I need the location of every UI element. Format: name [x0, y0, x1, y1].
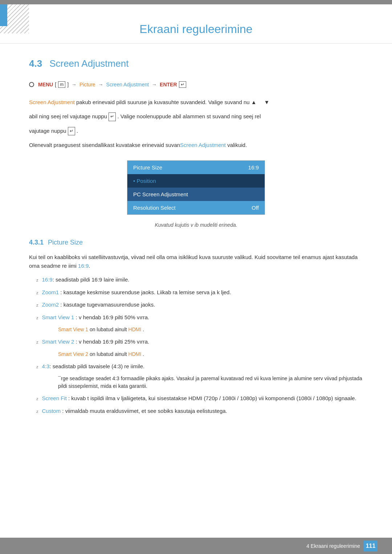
list-label-169: 16:9	[42, 276, 53, 283]
note-sv1-dot: .	[143, 327, 144, 332]
body-text-content-1: pakub erinevaid pildi suuruse ja kuvasuh…	[76, 99, 250, 105]
menu-label-position: • Position	[133, 178, 156, 184]
menu-bracket-open: [	[55, 82, 56, 87]
list-item-custom: z Custom : viimaldab muuta eraldusviimet…	[29, 407, 363, 415]
body-arrow-icons: ▲ ▼	[251, 99, 270, 105]
note-smartview1: Smart View 1 on lubatud ainult HDMI .	[58, 326, 363, 333]
menu-enter: ENTER	[160, 82, 177, 87]
list-label-smartview2: Smart View 2	[42, 338, 74, 345]
list-text-screenfit: Screen Fit : kuvab t ispildi ilma v ljal…	[42, 394, 363, 403]
menu-bracket-close: ]	[67, 82, 69, 87]
menu-box: Picture Size 16:9 • Position PC Screen A…	[127, 160, 265, 215]
page-title-area: Ekraani reguleerimine	[0, 4, 392, 44]
list-item-43: z 4:3: seadistab pildi tavaisele (4:3) r…	[29, 362, 363, 371]
list-label-custom: Custom	[42, 408, 61, 414]
note-sv2-label: Smart View 2	[58, 351, 88, 357]
note-smartview2: Smart View 2 on lubatud ainult HDMI .	[58, 350, 363, 358]
body-text-2: abil ning seej rel vajutage nuppu ↵ . Va…	[29, 112, 363, 121]
body-text-4: Olenevalt praegusest sisendallikast kuva…	[29, 141, 363, 149]
body-text-3: vajutage nuppu ↵ .	[29, 127, 363, 136]
menu-screenshot: Picture Size 16:9 • Position PC Screen A…	[29, 160, 363, 215]
main-content: 4.3 Screen Adjustment MENU [ m ] → Pictu…	[0, 44, 392, 442]
body-text-content-3: . Valige noolenuppude abil alammen st su…	[118, 113, 261, 119]
list-items: z 16:9: seadistab pildi 16:9 laire iimil…	[29, 276, 363, 415]
list-item-zoom1: z Zoom1 : kasutage keskmise suurenduse j…	[29, 288, 363, 297]
menu-screen-adjustment: Screen Adjustment	[106, 82, 149, 87]
bullet-smartview2: z	[36, 339, 38, 345]
section-heading: 4.3 Screen Adjustment	[29, 54, 363, 69]
body-text-content-2: abil ning seej rel vajutage nuppu	[29, 113, 109, 119]
note-sv1-label: Smart View 1	[58, 327, 88, 332]
note-43: ¯rge seadistage seadet 4:3 formaadile pi…	[58, 375, 363, 390]
list-label-zoom1: Zoom1	[42, 289, 59, 295]
menu-arrow-2: →	[98, 82, 103, 87]
bullet-zoom1: z	[36, 290, 38, 296]
body-text-valikuid: valikuid.	[226, 142, 247, 148]
bullet-custom: z	[36, 409, 38, 415]
sub-section-431-heading: 4.3.1 Picture Size	[29, 239, 363, 246]
list-item-screenfit: z Screen Fit : kuvab t ispildi ilma v lj…	[29, 394, 363, 403]
section-title: Screen Adjustment	[49, 58, 128, 69]
intro-text-1: Kui teil on kaabliboks vii satelliitva	[29, 254, 111, 260]
menu-picture: Picture	[79, 82, 95, 87]
enter-icon-2: ↵	[68, 127, 75, 135]
enter-icon-1: ↵	[109, 112, 116, 121]
intro-text-169: 16:9	[78, 263, 89, 269]
menu-icon: m	[58, 81, 65, 88]
note-sv2-hdmi: HDMI	[128, 351, 142, 357]
sub-section-431-title: Picture Size	[48, 239, 83, 246]
list-label-smartview1: Smart View 1	[42, 314, 74, 320]
body-text-orange: Screen Adjustment	[29, 99, 75, 105]
menu-path: MENU [ m ] → Picture → Screen Adjustment…	[29, 78, 363, 91]
list-item-smartview2: z Smart View 2 : v hendab 16:9 pilti 25%…	[29, 338, 363, 346]
list-label-43: 4:3	[42, 363, 50, 369]
list-item-169: z 16:9: seadistab pildi 16:9 laire iimil…	[29, 276, 363, 284]
intro-text-dot: .	[89, 263, 90, 269]
footer-chapter-text: 4 Ekraani reguleerimine	[306, 543, 360, 549]
list-text-smartview1: Smart View 1 : v hendab 16:9 pilti 50% v…	[42, 313, 363, 322]
footer-text: 4 Ekraani reguleerimine 111	[306, 541, 377, 551]
list-text-zoom1: Zoom1 : kasutage keskmise suurenduse jao…	[42, 288, 363, 297]
menu-row-resolution-select: Resolution Select Off	[127, 201, 265, 214]
menu-label-resolution: Resolution Select	[133, 205, 176, 211]
note-sv2-text: on lubatud ainult	[90, 351, 127, 357]
bullet-43: z	[36, 364, 38, 370]
menu-label-picture-size: Picture Size	[133, 164, 162, 171]
top-strip	[0, 0, 392, 4]
body-text-olenevalt: Olenevalt praegusest sisendallikast kuva…	[29, 142, 180, 148]
list-43-cont: isele (4:3) re iimile.	[99, 363, 144, 369]
menu-label-pc-screen: PC Screen Adjustment	[133, 191, 188, 197]
list-text-43: 4:3: seadistab pildi tavaisele (4:3) re …	[42, 362, 363, 371]
note-sv1-text: on lubatud ainult	[90, 327, 127, 332]
page-footer: 4 Ekraani reguleerimine 111	[0, 538, 392, 554]
list-text-custom: Custom : viimaldab muuta eraldusviimet, …	[42, 407, 363, 415]
bullet-smartview1: z	[36, 315, 38, 321]
footer-page-number: 111	[364, 541, 377, 551]
menu-value-resolution: Off	[252, 205, 259, 211]
body-text-dot: .	[77, 128, 78, 134]
list-label-screenfit: Screen Fit	[42, 395, 67, 401]
body-text-screen-adj: Screen Adjustment	[180, 142, 226, 148]
sub-section-431-number: 4.3.1	[29, 239, 44, 246]
list-text-smartview2: Smart View 2 : v hendab 16:9 pilti 25% v…	[42, 338, 363, 346]
list-item-zoom2: z Zoom2 : kasutage tugevamasuurenduse ja…	[29, 301, 363, 309]
caption-text: Kuvatud kujutis v ib mudeliti erineda.	[29, 222, 363, 228]
list-text-169: 16:9: seadistab pildi 16:9 laire iimile.	[42, 276, 363, 284]
note-sv1-hdmi: HDMI	[128, 327, 142, 332]
list-text-zoom2: Zoom2 : kasutage tugevamasuurenduse jaok…	[42, 301, 363, 309]
page-title: Ekraani reguleerimine	[29, 15, 363, 40]
body-text-vajutage: vajutage nuppu	[29, 128, 68, 134]
page-wrapper: Ekraani reguleerimine 4.3 Screen Adjustm…	[0, 0, 392, 554]
body-text-1: Screen Adjustment pakub erinevaid pildi …	[29, 98, 363, 107]
bullet-zoom2: z	[36, 302, 38, 308]
menu-circle-icon	[29, 82, 34, 87]
note-sv2-dot: .	[143, 351, 144, 357]
section-number: 4.3	[29, 58, 42, 69]
menu-row-pc-screen: PC Screen Adjustment	[127, 188, 265, 201]
menu-enter-icon: ↵	[179, 81, 186, 88]
note-43-text: ¯rge seadistage seadet 4:3 formaadile pi…	[58, 376, 362, 389]
list-label-zoom2: Zoom2	[42, 301, 59, 308]
bullet-screenfit: z	[36, 396, 38, 402]
list-item-smartview1: z Smart View 1 : v hendab 16:9 pilti 50%…	[29, 313, 363, 322]
menu-row-picture-size: Picture Size 16:9	[127, 161, 265, 174]
